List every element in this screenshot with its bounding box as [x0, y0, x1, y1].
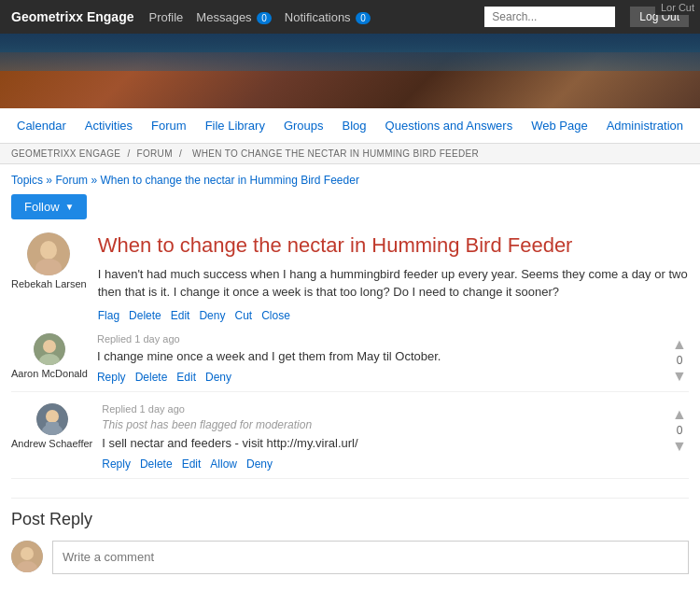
topic-path: Topics » Forum » When to change the nect… [11, 174, 689, 187]
svg-point-8 [46, 410, 59, 423]
author-avatar [27, 232, 70, 275]
topic-path-topics[interactable]: Topics [11, 174, 43, 187]
action-close[interactable]: Close [261, 309, 290, 322]
post-body: When to change the nectar in Humming Bir… [98, 232, 689, 322]
reply1-action-deny[interactable]: Deny [205, 371, 231, 384]
breadcrumb-current: When to change the nectar in Humming Bir… [192, 148, 479, 159]
reply-item-2: Andrew Schaeffer Replied 1 day ago This … [11, 403, 689, 479]
reply-actions-1: Reply Delete Edit Deny [97, 371, 661, 384]
reply-actions-2: Reply Delete Edit Allow Deny [102, 457, 661, 471]
content-area: Topics » Forum » When to change the nect… [0, 164, 700, 584]
reply2-action-reply[interactable]: Reply [102, 457, 131, 471]
post-reply-title: Post Reply [11, 510, 689, 529]
search-input[interactable] [484, 7, 615, 27]
reply-text-2: I sell nectar and feeders - visit http:/… [102, 435, 661, 452]
topic-path-forum[interactable]: Forum [55, 174, 88, 187]
main-nav: Calendar Activities Forum File Library G… [0, 108, 700, 144]
svg-point-12 [21, 547, 34, 560]
post-actions: Flag Delete Edit Deny Cut Close [98, 309, 689, 322]
vote-up-2[interactable]: ▲ [672, 407, 687, 422]
topic-path-current[interactable]: When to change the nectar in Humming Bir… [100, 174, 358, 187]
reply1-action-reply[interactable]: Reply [97, 371, 126, 384]
vote-controls-1: ▲ 0 ▼ [670, 333, 689, 384]
svg-point-5 [43, 340, 56, 353]
post-text: I haven't had much success when I hang a… [98, 265, 689, 302]
breadcrumb-forum[interactable]: Forum [137, 148, 173, 159]
reply-meta-1: Replied 1 day ago [97, 333, 661, 345]
action-edit[interactable]: Edit [171, 309, 190, 322]
svg-rect-10 [46, 422, 59, 428]
svg-point-3 [41, 242, 56, 257]
nav-activities[interactable]: Activities [76, 108, 142, 144]
post-title: When to change the nectar in Humming Bir… [98, 232, 689, 260]
reply1-action-delete[interactable]: Delete [135, 371, 168, 384]
vote-controls-2: ▲ 0 ▼ [670, 403, 689, 471]
nav-calendar[interactable]: Calendar [7, 108, 76, 144]
vote-up-1[interactable]: ▲ [672, 337, 687, 352]
action-cut[interactable]: Cut [234, 309, 252, 322]
messages-badge: 0 [257, 12, 272, 24]
composer-avatar [11, 541, 43, 572]
action-delete[interactable]: Delete [129, 309, 161, 322]
follow-button[interactable]: Follow ▼ [11, 194, 87, 219]
replies-section: Aaron McDonald Replied 1 day ago I chang… [11, 333, 689, 479]
reply-meta-2: Replied 1 day ago [102, 403, 661, 415]
top-nav-links: Calendar Profile Messages 0 Notification… [149, 10, 470, 24]
nav-administration[interactable]: Administration [597, 108, 693, 144]
post-reply-section: Post Reply [11, 498, 689, 574]
nav-blog[interactable]: Blog [333, 108, 376, 144]
top-nav: Geometrixx Engage Calendar Profile Messa… [0, 0, 700, 34]
reply-author-2: Andrew Schaeffer [11, 438, 92, 449]
reply-composer [11, 541, 689, 574]
site-title: Geometrixx Engage [11, 9, 134, 24]
reply-content-2: Replied 1 day ago This post has been fla… [102, 403, 661, 471]
reply2-action-deny[interactable]: Deny [246, 457, 273, 471]
nav-forum[interactable]: Forum [142, 108, 196, 144]
nav-profile-link[interactable]: Profile [149, 10, 184, 24]
comment-input[interactable] [52, 541, 689, 574]
reply-avatar-2 [36, 403, 68, 435]
reply-flagged-2: This post has been flagged for moderatio… [102, 418, 661, 431]
reply-content-1: Replied 1 day ago I change mine once a w… [97, 333, 661, 384]
follow-dropdown-icon: ▼ [65, 202, 75, 212]
nav-notifications-link[interactable]: Notifications 0 [285, 10, 371, 24]
nav-file-library[interactable]: File Library [196, 108, 274, 144]
nav-messages-link[interactable]: Messages 0 [196, 10, 271, 24]
reply2-action-delete[interactable]: Delete [140, 457, 173, 471]
vote-down-2[interactable]: ▼ [672, 439, 687, 454]
reply2-action-allow[interactable]: Allow [210, 457, 237, 471]
notifications-badge: 0 [356, 12, 371, 24]
reply1-action-edit[interactable]: Edit [176, 371, 196, 384]
reply2-action-edit[interactable]: Edit [182, 457, 202, 471]
reply-text-1: I change mine once a week and I get them… [97, 348, 661, 365]
reply-item: Aaron McDonald Replied 1 day ago I chang… [11, 333, 689, 392]
follow-label: Follow [24, 200, 60, 214]
reply-avatar-1 [34, 333, 65, 365]
nav-groups[interactable]: Groups [274, 108, 333, 144]
author-name: Rebekah Larsen [11, 278, 87, 289]
nav-web-page[interactable]: Web Page [522, 108, 596, 144]
main-post: Rebekah Larsen When to change the nectar… [11, 232, 689, 322]
action-deny[interactable]: Deny [199, 309, 225, 322]
action-flag[interactable]: Flag [98, 309, 119, 322]
reply-author-1: Aaron McDonald [11, 368, 88, 379]
vote-count-1: 0 [677, 354, 683, 367]
lor-cut-label: Lor Cut [655, 0, 700, 15]
vote-count-2: 0 [677, 424, 683, 437]
hero-banner [0, 34, 700, 108]
nav-qa[interactable]: Questions and Answers [376, 108, 523, 144]
vote-down-1[interactable]: ▼ [672, 369, 687, 384]
breadcrumb: Geometrixx Engage / Forum / When to chan… [0, 144, 700, 164]
breadcrumb-home[interactable]: Geometrixx Engage [11, 148, 120, 159]
